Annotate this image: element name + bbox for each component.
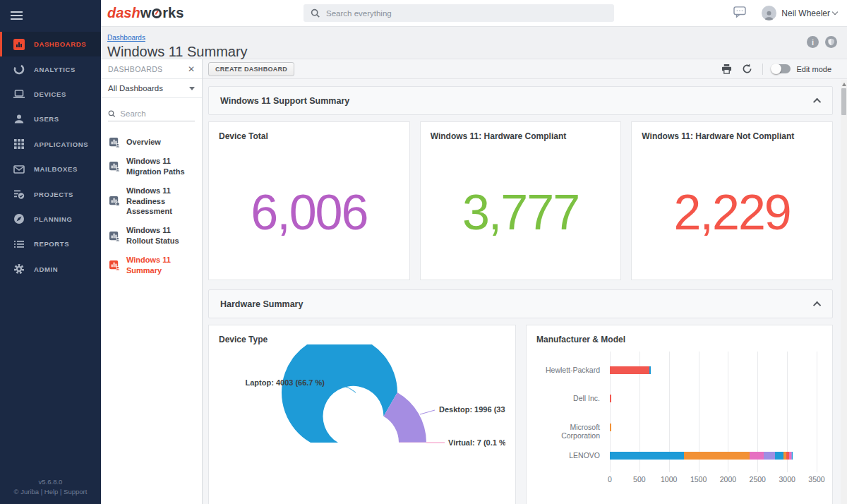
envelope-icon	[13, 163, 25, 175]
refresh-icon[interactable]	[742, 64, 752, 74]
chevron-down-icon[interactable]	[832, 9, 838, 15]
sidebar-item-devices[interactable]: DEVICES	[0, 82, 101, 107]
stat-value: 2,229	[642, 141, 822, 270]
dashboard-list: Overview Windows 11 Migration Paths Wind…	[101, 133, 202, 280]
donut-leader-line	[420, 410, 435, 414]
global-search	[304, 4, 614, 22]
category-label: LENOVO	[536, 451, 600, 460]
close-icon[interactable]: ✕	[188, 65, 195, 73]
scrollbar-thumb[interactable]	[841, 88, 846, 115]
collapse-icon[interactable]	[813, 97, 821, 105]
category-label: Hewlett-Packard	[536, 366, 600, 374]
stacked-bar	[610, 395, 611, 402]
hamburger-menu-icon[interactable]	[0, 0, 101, 29]
list-icon	[13, 238, 25, 250]
laptop-icon	[13, 88, 25, 100]
dashboard-list-item[interactable]: Windows 11 Migration Paths	[101, 152, 202, 181]
collapse-icon[interactable]	[813, 301, 821, 308]
scrollbar-up-arrow[interactable]	[842, 83, 846, 86]
bar-segment[interactable]	[750, 452, 764, 460]
x-axis-tick: 1500	[690, 475, 707, 484]
sidebar-item-applications[interactable]: APPLICATIONS	[0, 132, 101, 157]
main-sidebar: DASHBOARDS ANALYTICS DEVICES USERS	[0, 0, 101, 504]
device-type-card: Device Type Laptop: 4003 (66.7 %)Desktop…	[208, 325, 516, 504]
section-hardware-summary: Hardware Summary	[208, 289, 833, 318]
dashboard-list-item[interactable]: Overview	[101, 133, 202, 152]
sidebar-item-mailboxes[interactable]: MAILBOXES	[0, 157, 101, 181]
section-support-summary: Windows 11 Support Summary	[208, 86, 833, 115]
dashboard-list-item[interactable]: Windows 11 Readiness Assessment	[101, 181, 202, 222]
page-header: Dashboards Windows 11 Summary i	[101, 27, 847, 59]
user-avatar[interactable]	[762, 6, 776, 20]
dashboard-icon	[109, 161, 120, 172]
dashboard-content: Windows 11 Support Summary Device Total …	[203, 79, 847, 504]
sidebar-item-admin[interactable]: ADMIN	[0, 257, 101, 282]
bar-segment[interactable]	[649, 366, 651, 374]
breadcrumb[interactable]: Dashboards	[107, 34, 145, 42]
top-bar: dashwrks Neil Wheeler	[101, 0, 847, 27]
user-menu[interactable]: Neil Wheeler	[781, 8, 830, 18]
main-content: CREATE DASHBOARD Edit mode	[203, 59, 847, 504]
bar-segment[interactable]	[792, 452, 793, 460]
chat-icon[interactable]	[733, 6, 746, 20]
app-version: v5.6.8.0	[0, 477, 101, 487]
x-axis-tick: 0	[608, 475, 612, 484]
dashboard-icon	[109, 196, 120, 206]
dashboard-filter-dropdown[interactable]: All Dashboards	[101, 79, 202, 98]
dashboard-icon	[109, 260, 120, 270]
brand-o-icon	[152, 8, 162, 18]
analytics-icon	[13, 64, 25, 76]
dashboard-search-input[interactable]	[120, 109, 195, 118]
info-icon[interactable]: i	[807, 36, 819, 48]
donut-segment-laptop[interactable]	[282, 344, 397, 443]
x-axis-tick: 2500	[750, 475, 766, 484]
sidebar-item-analytics[interactable]: ANALYTICS	[0, 56, 101, 81]
category-label: Microsoft Corporation	[536, 423, 600, 440]
sidebar-item-reports[interactable]: REPORTS	[0, 232, 101, 256]
x-axis-tick: 3500	[808, 475, 824, 484]
sidebar-item-planning[interactable]: PLANNING	[0, 207, 101, 232]
shield-icon[interactable]	[825, 36, 837, 48]
edit-mode-toggle[interactable]	[771, 64, 791, 73]
stacked-bar	[610, 366, 651, 374]
dashboards-panel-title: DASHBOARDS	[108, 65, 163, 73]
divider	[762, 64, 763, 75]
dashboard-list-item[interactable]: Windows 11 Rollout Status	[101, 221, 202, 251]
compass-icon	[13, 213, 25, 225]
stat-card-device-total: Device Total 6,006	[208, 121, 410, 280]
sidebar-item-projects[interactable]: PROJECTS	[0, 181, 101, 206]
grid-icon	[13, 138, 25, 150]
bar-segment[interactable]	[775, 452, 783, 460]
print-icon[interactable]	[721, 64, 732, 74]
stat-value: 6,006	[219, 141, 400, 270]
search-icon	[311, 8, 320, 18]
bar-segment[interactable]	[684, 452, 750, 460]
page-title: Windows 11 Summary	[107, 44, 847, 60]
search-input[interactable]	[326, 9, 607, 18]
bar-segment[interactable]	[610, 366, 649, 374]
stacked-bar	[610, 452, 793, 460]
manufacturer-model-chart: 0500100015002000250030003500Hewlett-Pack…	[536, 347, 822, 488]
bar-segment[interactable]	[764, 452, 775, 460]
create-dashboard-button[interactable]: CREATE DASHBOARD	[208, 62, 294, 76]
bar-segment[interactable]	[610, 424, 611, 431]
sidebar-item-dashboards[interactable]: DASHBOARDS	[0, 32, 101, 56]
donut-label-laptop: Laptop: 4003 (66.7 %)	[246, 378, 325, 387]
bar-segment[interactable]	[610, 395, 611, 402]
gear-icon	[13, 263, 25, 275]
edit-mode-label: Edit mode	[796, 65, 831, 73]
brand-logo: dashwrks	[107, 5, 184, 21]
donut-label-virtual: Virtual: 7 (0.1 %)	[448, 438, 505, 447]
dashboard-icon	[109, 231, 120, 241]
scrollbar[interactable]	[841, 80, 847, 504]
user-icon	[13, 113, 25, 125]
sidebar-item-users[interactable]: USERS	[0, 107, 101, 131]
manufacturer-model-card: Manufacturer & Model 0500100015002000250…	[526, 325, 833, 504]
stat-value: 3,777	[431, 141, 611, 270]
footer-links[interactable]: © Juriba | Help | Support	[0, 487, 101, 497]
stat-card-hw-compliant: Windows 11: Hardware Compliant 3,777	[420, 121, 622, 280]
dashboard-list-item-active[interactable]: Windows 11 Summary	[101, 251, 202, 280]
dashboard-icon	[109, 137, 120, 148]
bar-segment[interactable]	[610, 452, 684, 460]
dashboard-toolbar: CREATE DASHBOARD Edit mode	[203, 59, 847, 79]
